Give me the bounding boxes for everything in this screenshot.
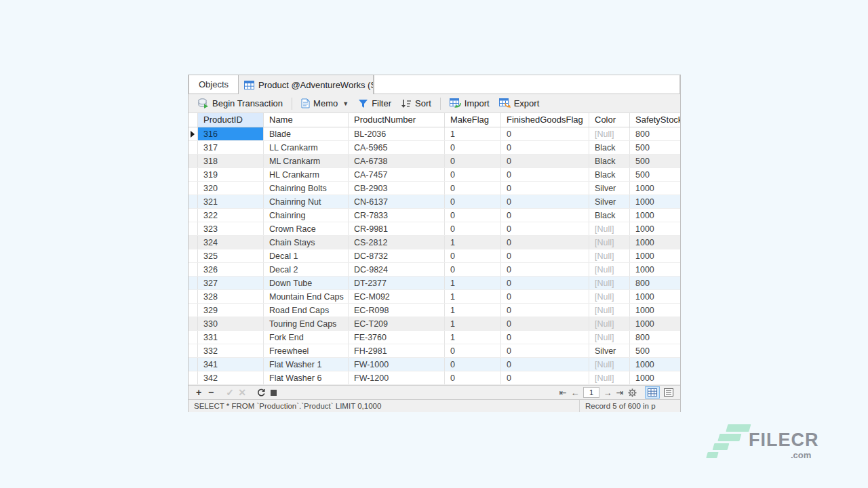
cell[interactable]: 800	[630, 127, 680, 140]
cell[interactable]: Silver	[589, 195, 630, 208]
cell[interactable]: 0	[501, 155, 589, 167]
cell[interactable]: Black	[589, 209, 630, 222]
cell[interactable]: Decal 2	[264, 263, 349, 276]
cell[interactable]: [Null]	[589, 304, 630, 317]
cell[interactable]: 1000	[630, 195, 680, 208]
cell[interactable]: Chain Stays	[264, 236, 349, 249]
cell[interactable]: 500	[630, 141, 680, 154]
cell[interactable]: 0	[445, 249, 501, 262]
cell[interactable]: 0	[501, 141, 589, 154]
cell[interactable]: 0	[445, 263, 501, 276]
column-header-productnumber[interactable]: ProductNumber	[349, 113, 445, 127]
cell[interactable]: Black	[589, 155, 630, 167]
cell[interactable]: 1000	[630, 371, 680, 384]
cell[interactable]: 0	[501, 290, 589, 303]
cell[interactable]: Flat Washer 6	[264, 371, 349, 384]
cell[interactable]: 1000	[630, 182, 680, 195]
cell[interactable]: 1000	[630, 263, 680, 276]
cell[interactable]: 0	[501, 263, 589, 276]
cell[interactable]: 1	[445, 236, 501, 249]
cell[interactable]: [Null]	[589, 263, 630, 276]
row-gutter[interactable]	[189, 127, 198, 140]
row-gutter[interactable]	[189, 304, 198, 317]
cell[interactable]: Crown Race	[264, 222, 349, 235]
cell[interactable]: 0	[445, 358, 501, 371]
cell[interactable]: [Null]	[589, 236, 630, 249]
cell[interactable]: 0	[445, 195, 501, 208]
cell[interactable]: 1	[445, 277, 501, 289]
cell[interactable]: CN-6137	[349, 195, 445, 208]
row-gutter[interactable]	[189, 209, 198, 222]
cell[interactable]: 0	[445, 155, 501, 167]
cell[interactable]: 0	[445, 222, 501, 235]
cell[interactable]: [Null]	[589, 290, 630, 303]
cell[interactable]: 0	[501, 195, 589, 208]
cell[interactable]: [Null]	[589, 358, 630, 371]
previous-record-icon[interactable]: ←	[569, 386, 581, 399]
cell[interactable]: 800	[630, 331, 680, 344]
cell[interactable]: Freewheel	[264, 344, 349, 357]
cell[interactable]: [Null]	[589, 127, 630, 140]
cell[interactable]: 1000	[630, 222, 680, 235]
row-gutter[interactable]	[189, 358, 198, 371]
cell[interactable]: 342	[198, 371, 264, 384]
cell[interactable]: 0	[501, 277, 589, 289]
cell[interactable]: FE-3760	[349, 331, 445, 344]
cell[interactable]: Flat Washer 1	[264, 358, 349, 371]
add-record-icon[interactable]: +	[193, 386, 205, 399]
export-button[interactable]: Export	[495, 97, 544, 110]
cell[interactable]: CR-7833	[349, 209, 445, 222]
form-view-button[interactable]	[661, 386, 676, 399]
cell[interactable]: CA-7457	[349, 168, 445, 181]
cell[interactable]: 321	[198, 195, 264, 208]
gear-icon[interactable]	[626, 386, 638, 399]
record-number-input[interactable]	[583, 387, 599, 398]
cell[interactable]: Touring End Caps	[264, 317, 349, 330]
cell[interactable]: [Null]	[589, 277, 630, 289]
cell[interactable]: 0	[501, 331, 589, 344]
cell[interactable]: 1	[445, 304, 501, 317]
cell[interactable]: 318	[198, 155, 264, 167]
cell[interactable]: 0	[501, 127, 589, 140]
cell[interactable]: LL Crankarm	[264, 141, 349, 154]
column-header-name[interactable]: Name	[264, 113, 349, 127]
row-gutter[interactable]	[189, 195, 198, 208]
cell[interactable]: Chainring Nut	[264, 195, 349, 208]
cell[interactable]: 0	[501, 304, 589, 317]
row-gutter[interactable]	[189, 182, 198, 195]
cell[interactable]: 1000	[630, 317, 680, 330]
cell[interactable]: 341	[198, 358, 264, 371]
cell[interactable]: 500	[630, 168, 680, 181]
cell[interactable]: 0	[501, 249, 589, 262]
row-gutter[interactable]	[189, 141, 198, 154]
cell[interactable]: 325	[198, 249, 264, 262]
discard-changes-icon[interactable]: ✕	[236, 386, 248, 399]
memo-button[interactable]: Memo ▼	[297, 97, 353, 110]
row-gutter[interactable]	[189, 290, 198, 303]
column-header-finishedgoodsflag[interactable]: FinishedGoodsFlag	[501, 113, 589, 127]
cell[interactable]: 0	[501, 168, 589, 181]
cell[interactable]: 322	[198, 209, 264, 222]
cell[interactable]: DC-9824	[349, 263, 445, 276]
cell[interactable]: FW-1200	[349, 371, 445, 384]
cell[interactable]: 0	[445, 182, 501, 195]
cell[interactable]: 500	[630, 344, 680, 357]
cell[interactable]: 1	[445, 317, 501, 330]
cell[interactable]: 316	[198, 127, 264, 140]
cell[interactable]: CS-2812	[349, 236, 445, 249]
cell[interactable]: CB-2903	[349, 182, 445, 195]
cell[interactable]: 319	[198, 168, 264, 181]
row-gutter[interactable]	[189, 249, 198, 262]
cell[interactable]: 1000	[630, 249, 680, 262]
row-gutter[interactable]	[189, 168, 198, 181]
cell[interactable]: DT-2377	[349, 277, 445, 289]
cell[interactable]: 0	[501, 236, 589, 249]
cell[interactable]: EC-T209	[349, 317, 445, 330]
cell[interactable]: 0	[501, 317, 589, 330]
stop-icon[interactable]	[267, 386, 279, 399]
cell[interactable]: Black	[589, 168, 630, 181]
cell[interactable]: 324	[198, 236, 264, 249]
cell[interactable]: 328	[198, 290, 264, 303]
cell[interactable]: Decal 1	[264, 249, 349, 262]
cell[interactable]: 0	[445, 371, 501, 384]
